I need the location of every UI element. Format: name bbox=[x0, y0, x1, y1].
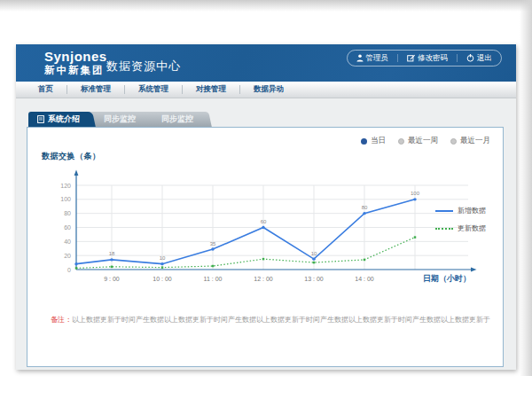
nav-item-home[interactable]: 首页 bbox=[25, 84, 66, 95]
svg-text:60: 60 bbox=[64, 224, 71, 231]
legend-item-new-data: 新增数据 bbox=[435, 206, 486, 215]
svg-text:11 : 00: 11 : 00 bbox=[204, 276, 223, 282]
chart-panel: 0204060801001209 : 0010 : 0011 : 0012 : … bbox=[27, 127, 504, 367]
logout-label: 退出 bbox=[477, 53, 492, 64]
svg-text:100: 100 bbox=[60, 196, 71, 202]
range-option-last-month[interactable]: 最近一月 bbox=[450, 136, 490, 146]
nav-item-standard-mgmt[interactable]: 标准管理 bbox=[67, 84, 124, 95]
change-password-button[interactable]: 修改密码 bbox=[398, 53, 457, 64]
svg-text:9 : 00: 9 : 00 bbox=[104, 276, 120, 282]
line-chart: 0204060801001209 : 0010 : 0011 : 0012 : … bbox=[27, 128, 503, 366]
app-window: Synjones 新中新集团 数据资源中心 管理员 修改密码 退出 首页 标准管… bbox=[16, 44, 516, 370]
svg-text:20: 20 bbox=[64, 253, 71, 259]
logout-button[interactable]: 退出 bbox=[458, 53, 501, 64]
nav-item-system-mgmt[interactable]: 系统管理 bbox=[125, 84, 182, 95]
legend-label: 更新数据 bbox=[458, 223, 486, 233]
page-title: 数据资源中心 bbox=[106, 59, 181, 74]
svg-text:10: 10 bbox=[160, 255, 166, 261]
range-label: 最近一周 bbox=[408, 136, 438, 146]
svg-text:100: 100 bbox=[411, 191, 420, 196]
document-icon bbox=[37, 115, 44, 123]
svg-text:80: 80 bbox=[362, 205, 368, 210]
svg-text:60: 60 bbox=[261, 219, 267, 224]
range-label: 当日 bbox=[371, 136, 386, 146]
user-label: 管理员 bbox=[366, 53, 389, 64]
user-button[interactable]: 管理员 bbox=[348, 53, 398, 64]
nav-item-data-change[interactable]: 数据异动 bbox=[240, 84, 297, 95]
svg-text:14 : 00: 14 : 00 bbox=[355, 276, 374, 282]
radio-selected-icon bbox=[361, 138, 367, 145]
range-option-today[interactable]: 当日 bbox=[361, 136, 386, 146]
content-area: 系统介绍 同步监控 同步监控 0204060801001209 : 0010 :… bbox=[16, 99, 516, 370]
radio-unselected-icon bbox=[398, 138, 404, 145]
range-label: 最近一月 bbox=[460, 136, 490, 146]
legend-line-solid bbox=[435, 210, 453, 212]
tab-sync-monitor-1[interactable]: 同步监控 bbox=[90, 112, 150, 127]
tab-label: 系统介绍 bbox=[48, 112, 80, 127]
x-axis-title: 日期（小时） bbox=[423, 273, 471, 285]
brand-logo-cn: 新中新集团 bbox=[44, 64, 107, 77]
app-header: Synjones 新中新集团 数据资源中心 管理员 修改密码 退出 bbox=[16, 44, 516, 82]
edit-icon bbox=[407, 54, 415, 62]
tab-label: 同步监控 bbox=[161, 114, 193, 123]
brand-logo-en: Synjones bbox=[44, 49, 107, 64]
brand-logo: Synjones 新中新集团 bbox=[44, 49, 107, 77]
svg-text:35: 35 bbox=[210, 241, 216, 246]
tab-system-intro[interactable]: 系统介绍 bbox=[28, 112, 92, 127]
footnote-prefix: 备注： bbox=[51, 316, 72, 324]
nav-item-interface-mgmt[interactable]: 对接管理 bbox=[183, 84, 239, 95]
y-axis-title: 数据交换（条） bbox=[42, 151, 101, 162]
tab-label: 同步监控 bbox=[104, 114, 136, 123]
tab-sync-monitor-2[interactable]: 同步监控 bbox=[147, 112, 207, 127]
svg-text:120: 120 bbox=[60, 183, 71, 189]
chart-legend: 新增数据 更新数据 bbox=[435, 206, 486, 233]
range-selector: 当日 最近一周 最近一月 bbox=[361, 136, 490, 146]
legend-line-dotted bbox=[435, 228, 453, 230]
footnote-text: 以上数据更新于时间产生数据以上数据更新于时间产生数据以上数据更新于时间产生数据以… bbox=[72, 316, 490, 324]
svg-text:80: 80 bbox=[64, 210, 71, 216]
svg-text:12 : 00: 12 : 00 bbox=[254, 276, 273, 282]
svg-text:13 : 00: 13 : 00 bbox=[304, 276, 324, 282]
legend-label: 新增数据 bbox=[458, 206, 486, 215]
user-menu: 管理员 修改密码 退出 bbox=[347, 50, 503, 66]
svg-text:0: 0 bbox=[67, 267, 71, 273]
footnote: 备注：以上数据更新于时间产生数据以上数据更新于时间产生数据以上数据更新于时间产生… bbox=[51, 315, 490, 325]
legend-item-updated-data: 更新数据 bbox=[435, 223, 486, 233]
svg-text:10: 10 bbox=[311, 251, 317, 256]
svg-text:18: 18 bbox=[109, 251, 115, 256]
radio-unselected-icon bbox=[450, 138, 457, 145]
page-right-shade bbox=[520, 0, 532, 376]
user-icon bbox=[356, 54, 364, 62]
svg-text:40: 40 bbox=[64, 239, 71, 245]
tab-bar: 系统介绍 同步监控 同步监控 bbox=[28, 112, 207, 127]
logout-icon bbox=[466, 54, 474, 62]
svg-text:10 : 00: 10 : 00 bbox=[153, 276, 172, 282]
change-password-label: 修改密码 bbox=[418, 53, 448, 64]
page-top-shade bbox=[0, 0, 532, 12]
range-option-last-week[interactable]: 最近一周 bbox=[398, 136, 438, 146]
main-nav: 首页 标准管理 系统管理 对接管理 数据异动 bbox=[16, 82, 516, 98]
